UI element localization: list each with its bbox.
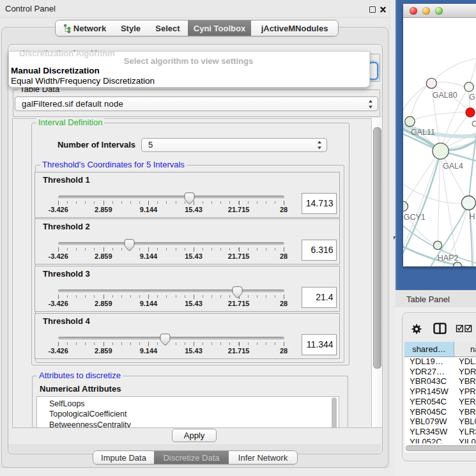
svg-text:HAP2: HAP2	[438, 254, 459, 263]
svg-text:GCY1: GCY1	[404, 213, 426, 222]
svg-text:C: C	[472, 119, 476, 128]
svg-text:GAL11: GAL11	[411, 128, 435, 137]
svg-text:GAL4: GAL4	[443, 162, 463, 171]
svg-text:H: H	[470, 212, 475, 221]
svg-text:GAL80: GAL80	[433, 91, 457, 100]
svg-text:G.: G.	[469, 93, 476, 102]
